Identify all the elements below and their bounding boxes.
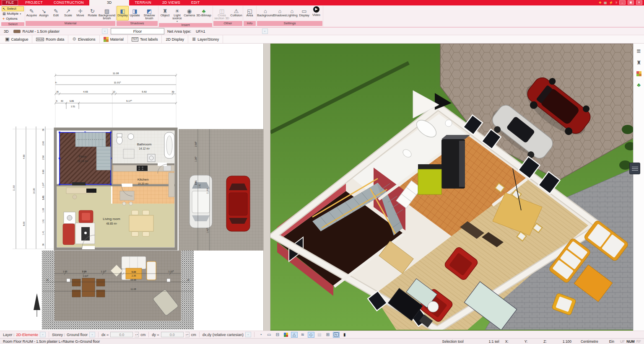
svg-text:36: 36 <box>42 129 44 131</box>
cursor-bar-icon[interactable]: ▮ <box>341 332 348 338</box>
move-button[interactable]: ✛Move <box>74 6 86 21</box>
dx-input[interactable]: 0.0 <box>110 332 133 337</box>
2d-display-button[interactable]: 2D Display <box>162 35 188 43</box>
tab-file[interactable]: FILE <box>2 0 18 5</box>
snap-multi-toggle[interactable]: ≋ <box>299 332 306 338</box>
background-brush-button[interactable]: ▨Background brush <box>99 6 115 21</box>
bitmap-3d-button[interactable]: ♣3D-Bitmap <box>195 6 212 23</box>
help-icon[interactable]: ? <box>615 1 617 5</box>
material-dropdown[interactable]: RAUM - 1.5cm plaster ˅ <box>12 28 108 34</box>
minimize-button[interactable]: – <box>619 0 626 5</box>
ribbon-group-info: ◱Area Info <box>243 6 257 27</box>
display-settings-button[interactable]: ▭Display <box>298 6 310 21</box>
restore-button[interactable]: ▣ <box>628 0 634 5</box>
grid-toggle[interactable]: ⊞ <box>325 332 331 338</box>
furniture-icon[interactable]: ♜ <box>636 59 641 66</box>
acquire-button[interactable]: ✎Acquire <box>26 6 38 21</box>
dy-stepper[interactable]: ▲▼ <box>185 332 190 337</box>
assign-button[interactable]: ↘Assign <box>38 6 50 21</box>
dy-input[interactable]: 0.0 <box>161 332 184 337</box>
monitor-icon[interactable]: ▭ <box>266 332 273 338</box>
tab-edit[interactable]: EDIT <box>186 0 205 5</box>
coordinate-mode-dropdown[interactable]: dx,dy (relative cartesian) <box>203 333 244 337</box>
snap-diamond-toggle[interactable]: ◇ <box>308 332 314 338</box>
display-settings-label: Display <box>299 14 309 17</box>
chevron-down-icon[interactable]: ˅ <box>40 332 46 337</box>
plan-car-white <box>190 175 212 228</box>
floor-plan-panel[interactable]: 11.08 11.01⁵ 6⁵ 36 4.65 10 5.60 36⁵ 5⁵ 8… <box>0 44 263 331</box>
house-icon: ⌂ <box>264 6 267 14</box>
background-button[interactable]: ⌂Background <box>257 6 274 21</box>
materials-icon[interactable] <box>636 71 639 74</box>
chevron-down-icon[interactable]: ˅ <box>102 28 108 34</box>
panel-grip-handle[interactable] <box>629 163 640 174</box>
net-area-type-dropdown[interactable]: UFA1 ˅ <box>194 28 268 34</box>
lighting-button[interactable]: ⌂Lighting <box>286 6 298 21</box>
material-tool-button[interactable]: Material <box>100 35 128 43</box>
view-3d-panel[interactable] <box>270 44 633 331</box>
chevron-down-icon[interactable]: ˅ <box>262 28 268 34</box>
layers-icon[interactable]: ≣ <box>636 48 641 54</box>
shadow-display-button[interactable]: ◧Display <box>117 6 129 21</box>
printer-icon[interactable]: ⊟ <box>274 332 281 338</box>
scale-icon: ↗ <box>66 6 70 14</box>
svg-text:1.01: 1.01 <box>70 100 74 102</box>
tools-icon[interactable]: ❖ <box>599 1 602 5</box>
unit-indicator[interactable]: Centimetre <box>581 339 598 344</box>
light-source-button[interactable]: ☀Light source▾ <box>171 6 183 23</box>
select-button[interactable]: ↖ Select <box>2 6 24 11</box>
select-label: Select <box>7 7 16 10</box>
tab-terrain[interactable]: TERRAIN <box>129 0 156 5</box>
shadow-update-button[interactable]: ◨Update <box>129 6 141 21</box>
catalogue-button[interactable]: ▣Catalogue <box>1 35 32 43</box>
svg-text:1.32⁵: 1.32⁵ <box>169 270 174 273</box>
shadow-brush-button[interactable]: ◩Shadow brush <box>141 6 158 21</box>
plan-driveway: 2.58⁵ 1.26⁵ 2.01 1.51 11.03 1.42⁵ <box>179 129 263 251</box>
ribbon-group-select: ↖ Select ⊞ Multiple ▾ + Options Select <box>1 6 25 27</box>
tab-project[interactable]: PROJECT <box>20 0 48 5</box>
rotate-button[interactable]: ↻Rotate <box>86 6 99 21</box>
options-button[interactable]: + Options <box>2 16 24 21</box>
dx-stepper[interactable]: ▲▼ <box>135 332 139 337</box>
plants-icon[interactable]: ♣ <box>637 82 641 88</box>
snap-stack-toggle[interactable]: ▤ <box>316 332 323 338</box>
right-sidebar: ≣ ♜ ♣ <box>633 44 644 331</box>
view-3d-canvas[interactable] <box>270 44 633 330</box>
video-button[interactable]: ▶Video <box>310 6 322 21</box>
room-data-button[interactable]: RAUMRoom data <box>32 35 68 43</box>
elevations-button[interactable]: ⚙Elevations <box>68 35 99 43</box>
scale-indicator[interactable]: 1:100 <box>563 339 571 344</box>
svg-text:11.08: 11.08 <box>113 72 119 75</box>
tab-2d-views[interactable]: 2D VIEWS <box>157 0 186 5</box>
layer-storey-button[interactable]: ≣Layer/Storey <box>188 35 223 43</box>
snap-polyline-toggle[interactable]: △ <box>291 332 298 338</box>
history-icon[interactable]: ◔ <box>257 332 264 338</box>
floor-button[interactable]: Floor <box>111 28 164 34</box>
collision-button[interactable]: ⚠Collision <box>230 6 242 21</box>
storey-value[interactable]: Ground floor <box>67 333 88 337</box>
tab-3d[interactable]: 3D <box>89 0 129 5</box>
package-icon[interactable]: ▦ <box>604 1 607 5</box>
north-toggle[interactable]: N <box>333 332 340 338</box>
chevron-down-icon[interactable]: ˅ <box>245 332 251 337</box>
edit-button[interactable]: ✎Edit <box>50 6 62 21</box>
close-button[interactable]: ✕ <box>636 0 642 5</box>
area-button[interactable]: ◱Area <box>244 6 256 21</box>
flash-icon[interactable]: ⚡ <box>609 1 613 5</box>
panel-splitter[interactable] <box>263 44 270 331</box>
area-icon: ◱ <box>247 6 252 14</box>
multiple-button[interactable]: ⊞ Multiple ▾ <box>2 11 24 16</box>
scale-button[interactable]: ↗Scale <box>62 6 74 21</box>
camera-button[interactable]: ◉Camera <box>183 6 195 23</box>
palette-icon[interactable] <box>283 332 289 338</box>
layer-value[interactable]: 2D-Elemente <box>16 333 39 337</box>
floor-plan-canvas[interactable]: 11.08 11.01⁵ 6⁵ 36 4.65 10 5.60 36⁵ 5⁵ 8… <box>0 44 263 330</box>
chevron-down-icon[interactable]: ˅ <box>89 332 95 337</box>
object-button[interactable]: ♜Object <box>159 6 171 23</box>
svg-text:2.01: 2.01 <box>195 181 197 185</box>
shadows-settings-button[interactable]: ⌂Shadows <box>274 6 286 21</box>
tab-construction[interactable]: CONSTRUCTION <box>48 0 89 5</box>
x-coordinate-label: X: <box>505 339 509 344</box>
svg-text:83: 83 <box>61 100 63 102</box>
text-labels-button[interactable]: TXTText labels <box>128 35 162 43</box>
